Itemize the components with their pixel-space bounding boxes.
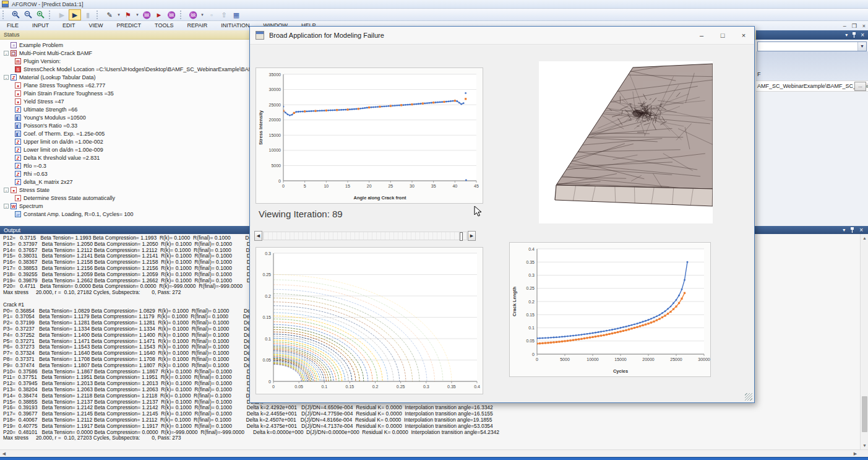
tree-item-label: delta_K matrix 2x27 [24, 179, 73, 185]
menu-item-view[interactable]: VIEW [82, 21, 110, 30]
tree-item-label: Plugin Version: [24, 58, 61, 64]
marker-icon[interactable]: ⚑ [122, 10, 134, 20]
tree-item[interactable]: ZRhi =0.63 [15, 170, 48, 178]
svg-text:20: 20 [367, 184, 372, 188]
window-title: AFGROW - [Predict Data1:1] [12, 1, 84, 7]
tree-collapse-icon[interactable]: - [4, 51, 9, 56]
pin-icon[interactable] [852, 32, 856, 38]
beta-edit-icon[interactable]: ✎ [104, 10, 115, 20]
zmat-icon: Z [15, 179, 21, 185]
dialog-title-bar[interactable]: Broad Application for Modeling Failure –… [250, 27, 754, 45]
tree-item[interactable]: ZUltimate Strength =66 [15, 105, 77, 113]
output-vertical-scrollbar[interactable]: ▲ ▼ [860, 234, 868, 449]
stop-disabled-icon[interactable]: ▮ [82, 10, 93, 20]
tree-item[interactable]: ◧Young's Modulus =10500 [15, 113, 86, 121]
promote-icon[interactable]: ⇧ [218, 10, 230, 20]
model-combobox[interactable]: ▼ [757, 41, 867, 51]
app-icon [2, 1, 9, 7]
tree-item[interactable]: -ZMaterial (Lookup Tabular Data) [4, 73, 95, 81]
menu-item-repair[interactable]: REPAIR [180, 21, 214, 30]
tree-item[interactable]: ZLower limit on da/dn =1.00e-009 [15, 145, 103, 154]
mdi-minimize-icon[interactable]: – [843, 23, 846, 29]
dropdown-caret[interactable]: ▾ [200, 10, 205, 20]
slider-track[interactable] [263, 232, 467, 240]
tree-item[interactable]: ◧Poisson's Ratio =0.33 [15, 121, 77, 129]
tree-item[interactable]: SStressCheck Model Location =C:\Users\JH… [15, 65, 257, 73]
dropdown-caret[interactable]: ▾ [135, 10, 140, 20]
run-icon[interactable]: ▶ [69, 9, 81, 20]
menu-item-tools[interactable]: TOOLS [148, 21, 180, 30]
tree-item[interactable]: ZDelta K threshold value =2.831 [15, 154, 100, 162]
scroll-down-icon[interactable]: ▼ [861, 441, 868, 449]
tree-item[interactable]: -●Stress State [4, 186, 49, 194]
iteration-slider[interactable]: ◀ ▶ [254, 231, 476, 241]
resize-grip[interactable] [745, 393, 752, 401]
tree-item[interactable]: Zdelta_K matrix 2x27 [15, 178, 73, 186]
tree-item-label: Plain Strain Fracture Toughness =35 [24, 90, 114, 97]
tree-item[interactable]: ●Plane Stress Toughness =62.777 [15, 81, 105, 89]
tree-collapse-icon[interactable]: - [4, 204, 9, 209]
menu-item-predict[interactable]: PREDICT [110, 21, 148, 30]
dropdown-caret[interactable]: ▾ [116, 10, 121, 20]
status-panel-title: Status [4, 32, 20, 38]
scrollbar-thumb[interactable] [862, 396, 867, 432]
menu-item-file[interactable]: FILE [0, 21, 25, 30]
tree-item[interactable]: ▤Plugin Version: [15, 57, 61, 65]
close-icon[interactable]: × [861, 32, 864, 38]
combo-dropdown-icon[interactable]: ▼ [857, 42, 866, 51]
zoom-out-icon[interactable] [22, 10, 33, 20]
tree-item[interactable]: ZUpper limit on da/dn =1.00e-002 [15, 137, 103, 145]
table-icon[interactable]: ▦ [231, 10, 242, 20]
rprop-icon: ● [15, 82, 21, 89]
zoom-in-icon[interactable] [10, 10, 21, 20]
browse-button[interactable]: ... [854, 82, 866, 91]
model-path-field[interactable]: AMF_SC_WebinarExample\BAMF_SC_webin ... [756, 80, 868, 92]
dialog-title: Broad Application for Modeling Failure [269, 32, 384, 39]
svg-text:Crack Length: Crack Length [512, 287, 517, 316]
slider-thumb[interactable] [460, 232, 463, 241]
spectrum-menu-icon[interactable]: ♒ [187, 10, 199, 20]
tree-item-label: Plane Stress Toughness =62.777 [24, 82, 105, 89]
rprop-icon: ● [15, 195, 21, 201]
svg-text:15000: 15000 [614, 357, 627, 362]
tree-item[interactable]: ▱Constant Amp. Loading, R=0.1, Cycles= 1… [15, 210, 134, 218]
tree-item[interactable]: ◧Coef. of Therm. Exp. =1.25e-005 [15, 129, 105, 137]
chevron-down-icon[interactable]: ▾ [843, 227, 845, 233]
init-disabled-icon[interactable]: ▫ [206, 10, 217, 20]
mdi-restore-icon[interactable]: ❒ [852, 23, 857, 29]
svg-text:20000: 20000 [269, 118, 281, 122]
tree-item-label: Multi-Point Multi-Crack BAMF [19, 50, 92, 56]
svg-text:0.3: 0.3 [265, 251, 271, 256]
scroll-up-icon[interactable]: ▲ [861, 234, 868, 242]
dialog-minimize-icon[interactable]: – [691, 27, 712, 43]
close-icon[interactable]: × [859, 227, 863, 233]
slider-left-icon[interactable]: ◀ [254, 231, 262, 241]
slider-right-icon[interactable]: ▶ [468, 231, 476, 241]
tree-item[interactable]: -❐Multi-Point Multi-Crack BAMF [4, 49, 92, 57]
tree-item[interactable]: ●Plain Strain Fracture Toughness =35 [15, 89, 114, 97]
dialog-maximize-icon[interactable]: □ [712, 27, 733, 43]
tree-item-label: Lower limit on da/dn =1.00e-009 [24, 147, 103, 153]
spectrum-disabled-icon[interactable]: ♒ [166, 10, 177, 20]
tree-item[interactable]: ZRlo =-0.3 [15, 162, 46, 170]
tree-item[interactable]: ●Yield Stress =47 [15, 97, 64, 105]
spectrum-icon[interactable]: ♒ [141, 10, 152, 20]
repair-arrow-icon[interactable]: ► [153, 10, 165, 20]
menu-item-input[interactable]: INPUT [25, 21, 56, 30]
zoom-region-icon[interactable] [35, 10, 46, 20]
tree-item[interactable]: ≡Example Problem [11, 41, 63, 49]
svg-text:5: 5 [304, 184, 306, 188]
run-disabled-icon[interactable]: ▶ [56, 10, 67, 20]
zmat-icon: Z [15, 106, 21, 113]
tree-collapse-icon[interactable]: - [4, 75, 9, 80]
chevron-down-icon[interactable]: ▾ [845, 32, 848, 38]
mdi-close-icon[interactable]: × [862, 23, 866, 29]
tree-item[interactable]: ●Determine Stress State automatically [15, 194, 115, 202]
pin-icon[interactable] [850, 227, 854, 233]
model-path-text: AMF_SC_WebinarExample\BAMF_SC_webin [756, 83, 868, 89]
tree-collapse-icon[interactable]: - [4, 188, 9, 193]
tree-item[interactable]: -WSpectrum [4, 202, 43, 210]
menu-item-edit[interactable]: EDIT [56, 21, 82, 30]
dialog-close-icon[interactable]: × [733, 27, 754, 43]
svg-text:30: 30 [410, 184, 415, 188]
